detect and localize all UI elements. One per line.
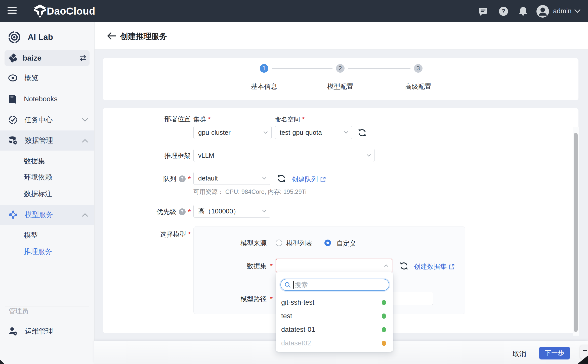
chevron-up-icon (384, 264, 389, 267)
framework-label: 推理框架 (141, 151, 191, 160)
required-marker: * (270, 262, 273, 270)
cancel-button[interactable]: 取消 (513, 349, 526, 358)
task-check-icon (8, 115, 17, 124)
namespace-label: 命名空间* (275, 115, 305, 123)
user-menu-chevron-icon[interactable] (574, 9, 580, 13)
sidebar-item-label: Notebooks (24, 95, 58, 103)
sidebar-item-overview[interactable]: 概览 (0, 71, 94, 85)
search-icon (284, 281, 291, 288)
workspace-name: baize (23, 54, 41, 62)
refresh-icon[interactable] (277, 174, 286, 183)
dropdown-item[interactable]: test (276, 309, 393, 323)
step-connector (348, 68, 410, 69)
sidebar-item-label: 模型 (24, 231, 38, 240)
dropdown-item[interactable]: datatest-01 (276, 323, 393, 336)
eye-icon (8, 74, 17, 81)
queue-select[interactable]: default (193, 172, 270, 185)
sidebar-item-label: 运维管理 (25, 327, 53, 336)
create-dataset-link[interactable]: 创建数据集 (414, 262, 455, 271)
sidebar-item-label: 推理服务 (24, 247, 52, 256)
sidebar-item-model-services[interactable]: 模型服务 (0, 207, 94, 222)
priority-select[interactable]: 高（100000） (193, 205, 270, 218)
step-connector (272, 68, 332, 69)
step-3-label: 高级配置 (405, 82, 431, 91)
sidebar-item-models[interactable]: 模型 (0, 228, 94, 243)
svg-text:?: ? (502, 8, 506, 15)
page-header (94, 22, 588, 50)
switch-workspace-icon[interactable] (79, 54, 87, 62)
required-marker: * (270, 295, 273, 303)
notifications-bell-icon[interactable] (518, 6, 528, 17)
sidebar-item-task-center[interactable]: 任务中心 (0, 113, 94, 127)
radio-custom[interactable] (324, 240, 331, 246)
radio-custom-label[interactable]: 自定义 (337, 239, 356, 248)
product-name: AI Lab (28, 32, 53, 42)
database-gear-icon (8, 136, 18, 145)
sidebar-item-ops-mgmt[interactable]: 运维管理 (0, 324, 94, 339)
dropdown-item-disabled[interactable]: dataset02 (276, 336, 393, 350)
messages-icon[interactable] (478, 7, 488, 16)
refresh-icon[interactable] (399, 261, 409, 271)
external-link-icon (449, 264, 455, 270)
sidebar-item-data-annotation[interactable]: 数据标注 (0, 187, 94, 201)
next-step-button[interactable]: 下一步 (539, 347, 570, 359)
model-source-label: 模型来源 (236, 239, 267, 248)
help-icon[interactable]: ? (498, 6, 509, 16)
step-2-circle: 2 (336, 64, 345, 73)
create-queue-link[interactable]: 创建队列 (292, 175, 326, 184)
sidebar-product: AI Lab (8, 30, 53, 44)
external-link-icon (320, 176, 326, 183)
dataset-search-input[interactable] (294, 281, 385, 289)
sidebar-item-label: 数据标注 (24, 189, 52, 199)
select-model-label: 选择模型* (141, 230, 191, 239)
model-path-label: 模型路径 (236, 295, 267, 303)
dataset-select[interactable] (276, 259, 392, 272)
sidebar-item-notebooks[interactable]: Notebooks (0, 92, 94, 106)
chevron-up-icon (82, 213, 88, 217)
sidebar-item-datasets[interactable]: 数据集 (0, 154, 94, 168)
sidebar-item-inference-services[interactable]: 推理服务 (0, 244, 94, 259)
app-window: DaoCloud ? admin (0, 0, 588, 364)
workspace-selector[interactable]: baize (5, 50, 90, 66)
status-dot (382, 341, 386, 346)
dataset-search[interactable] (280, 279, 389, 291)
radio-model-list-label[interactable]: 模型列表 (286, 239, 312, 248)
workspace-baize-icon (9, 54, 18, 63)
model-services-icon (8, 210, 18, 219)
refresh-icon[interactable] (357, 128, 367, 138)
ai-lab-icon (8, 30, 21, 44)
chevron-down-icon (344, 131, 348, 134)
sidebar-item-env-deps[interactable]: 环境依赖 (0, 170, 94, 185)
cluster-label: 集群* (193, 115, 211, 123)
user-avatar[interactable] (536, 5, 549, 18)
framework-select[interactable]: vLLM (193, 149, 375, 162)
back-arrow-icon[interactable] (107, 32, 117, 40)
radio-model-list[interactable] (276, 240, 282, 246)
queue-resources-hint: 可用资源： CPU: 984Core, 内存: 195.29Ti (193, 188, 307, 196)
mouse-cursor (577, 355, 588, 364)
namespace-select[interactable]: test-gpu-quota (275, 126, 352, 139)
cursor-artifact (0, 359, 5, 364)
sidebar-item-label: 任务中心 (24, 115, 53, 125)
sidebar-item-label: 模型服务 (25, 210, 53, 219)
sidebar-divider (5, 306, 89, 306)
hamburger-menu-icon[interactable] (8, 6, 17, 15)
sidebar-section-admin: 管理员 (9, 307, 28, 315)
dropdown-item[interactable]: git-ssh-test (276, 296, 393, 309)
sidebar-divider (5, 70, 89, 70)
ops-user-gear-icon (8, 327, 18, 336)
scrollbar-thumb[interactable] (574, 133, 578, 332)
cluster-select[interactable]: gpu-cluster (193, 126, 272, 139)
sidebar-item-label: 概览 (24, 73, 38, 83)
step-3-circle: 3 (414, 64, 423, 73)
topbar: DaoCloud ? admin (0, 0, 588, 22)
help-tooltip-icon[interactable]: ? (179, 175, 186, 182)
chevron-down-icon (366, 154, 371, 157)
notebook-icon (8, 95, 17, 104)
sidebar-item-label: 环境依赖 (24, 172, 52, 182)
username-label: admin (553, 0, 572, 22)
chevron-down-icon (262, 177, 267, 180)
help-tooltip-icon[interactable]: ? (179, 208, 186, 215)
daocloud-logo-icon (33, 4, 47, 19)
sidebar-item-data-mgmt[interactable]: 数据管理 (0, 133, 94, 148)
